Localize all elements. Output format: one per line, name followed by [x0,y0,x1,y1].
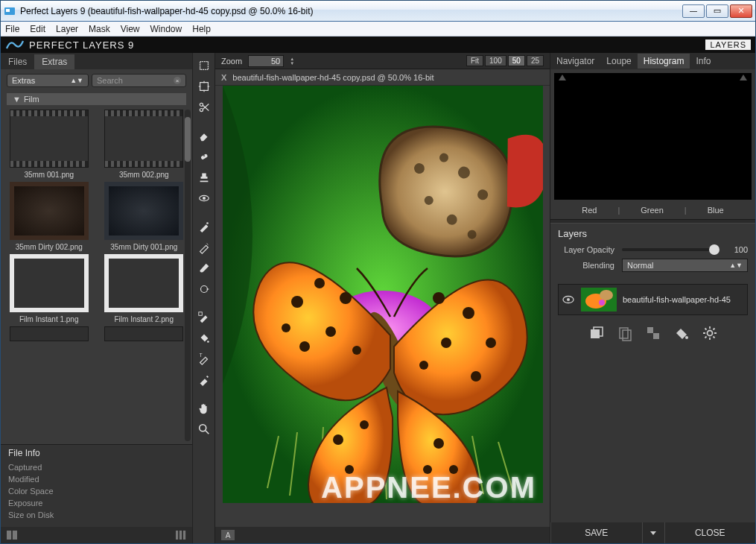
menu-layer[interactable]: Layer [56,24,78,34]
tab-loupe[interactable]: Loupe [600,54,637,69]
layer-thumbnail [581,288,617,311]
new-layer-icon[interactable] [588,324,606,342]
zoom-50-button[interactable]: 50 [508,55,525,66]
chevron-down-icon [650,531,656,535]
menu-window[interactable]: Window [150,24,182,34]
menu-file[interactable]: File [5,24,19,34]
blending-select[interactable]: Normal ▲▼ [622,259,748,272]
category-dropdown-label: Extras [12,76,35,85]
crop-tool-icon[interactable] [194,56,214,75]
svg-point-34 [441,338,451,348]
menu-help[interactable]: Help [192,24,211,34]
thumb-item[interactable]: 35mm 001.png [5,110,93,179]
opacity-value: 100 [727,245,748,254]
layer-row[interactable]: beautiful-fish-wallpaper-hd-45 [558,284,748,315]
channel-green[interactable]: Green [641,206,664,215]
menu-edit[interactable]: Edit [30,24,45,34]
scissors-tool-icon[interactable] [194,98,214,117]
zoom-100-button[interactable]: 100 [485,55,506,66]
opacity-slider[interactable] [622,248,720,251]
scrollbar[interactable] [185,110,191,441]
view-list-icon[interactable] [7,531,17,540]
window-title: Perfect Layers 9 (beautiful-fish-wallpap… [20,6,682,16]
view-grid-icon[interactable] [176,531,186,540]
fill-layer-icon[interactable] [673,324,690,342]
maximize-button[interactable]: ▭ [706,4,728,18]
tab-files[interactable]: Files [1,54,34,69]
brand-title: PERFECT LAYERS 9 [29,39,134,51]
close-tab-icon[interactable]: X [221,73,226,82]
thumb-item[interactable]: Film Instant 1.png [5,254,93,323]
tab-histogram[interactable]: Histogram [638,54,690,69]
tab-info[interactable]: Info [690,54,717,69]
mask-brush-icon[interactable] [194,308,214,327]
save-options-button[interactable] [642,522,664,543]
merge-layer-icon[interactable] [644,324,662,342]
zoom-tool-icon[interactable] [194,420,214,439]
svg-rect-1 [6,9,10,12]
save-button[interactable]: SAVE [550,522,642,543]
svg-point-8 [206,222,209,224]
thumb-item[interactable]: 35mm 002.png [101,110,188,179]
brush-tool-icon[interactable] [194,259,214,278]
zoom-fit-button[interactable]: Fit [466,55,483,66]
file-info-row: Modified [8,473,185,485]
file-info-row: Color Space [8,485,185,497]
zoom-input[interactable]: 50 [248,55,284,67]
settings-icon[interactable] [701,324,719,342]
clone-tool-icon[interactable] [194,279,214,299]
svg-point-30 [282,323,290,332]
redeye-tool-icon[interactable] [194,189,214,208]
channel-blue[interactable]: Blue [708,206,724,215]
thumb-item[interactable]: 35mm Dirty 002.png [5,182,93,251]
thumb-item[interactable]: 35mm Dirty 001.png [101,182,188,251]
retouch-b-icon[interactable] [194,238,214,257]
canvas[interactable]: APPNEE.COM [215,86,550,527]
tab-navigator[interactable]: Navigator [550,54,600,69]
thumb-item[interactable]: Film Instant 2.png [101,254,188,323]
mask-shape-icon[interactable]: T [194,350,214,369]
text-tool-icon[interactable] [194,370,214,390]
duplicate-layer-icon[interactable] [616,324,634,342]
updown-icon: ▲▼ [729,262,743,269]
transform-tool-icon[interactable] [194,77,214,96]
search-input[interactable]: Search × [92,74,186,87]
thumb-item[interactable] [5,326,93,341]
filter-row: Extras ▲▼ Search × [1,69,192,92]
visibility-icon[interactable] [562,295,575,304]
svg-point-32 [463,307,474,319]
app-icon [4,5,16,17]
zoom-25-button[interactable]: 25 [527,55,544,66]
svg-point-29 [352,346,361,355]
svg-point-31 [433,292,445,304]
clear-search-icon[interactable]: × [174,77,181,84]
svg-rect-53 [647,327,653,333]
layers-mode-button[interactable]: LAYERS [705,39,751,50]
zoom-stepper-icon[interactable]: ▲▼ [290,57,294,66]
close-panel-button[interactable]: CLOSE [664,522,756,543]
svg-point-27 [325,326,336,337]
document-tab[interactable]: X beautiful-fish-wallpaper-hd-45 copy.ps… [215,69,550,86]
compare-mode-icon[interactable]: A [221,530,235,540]
minimize-button[interactable]: — [682,4,705,18]
channel-red[interactable]: Red [582,206,597,215]
stamp-tool-icon[interactable] [194,168,214,187]
heal-tool-icon[interactable] [194,147,214,166]
thumb-item[interactable] [101,326,188,341]
save-bar: SAVE CLOSE [550,522,755,543]
menu-view[interactable]: View [121,24,140,34]
eraser-tool-icon[interactable] [194,126,214,145]
menu-mask[interactable]: Mask [89,24,110,34]
section-film[interactable]: ▼ Film [7,93,186,105]
close-button[interactable]: ✕ [730,4,752,18]
category-dropdown[interactable]: Extras ▲▼ [7,74,89,87]
right-tabs: Navigator Loupe Histogram Info [550,53,755,69]
mask-bucket-icon[interactable] [194,329,214,348]
highlight-clip-icon[interactable] [740,75,747,80]
hand-tool-icon[interactable] [194,399,214,418]
svg-point-25 [314,278,325,288]
shadow-clip-icon[interactable] [559,75,566,80]
retouch-a-icon[interactable] [194,217,214,236]
tab-extras[interactable]: Extras [34,54,74,69]
opacity-label: Layer Opacity [558,245,614,254]
